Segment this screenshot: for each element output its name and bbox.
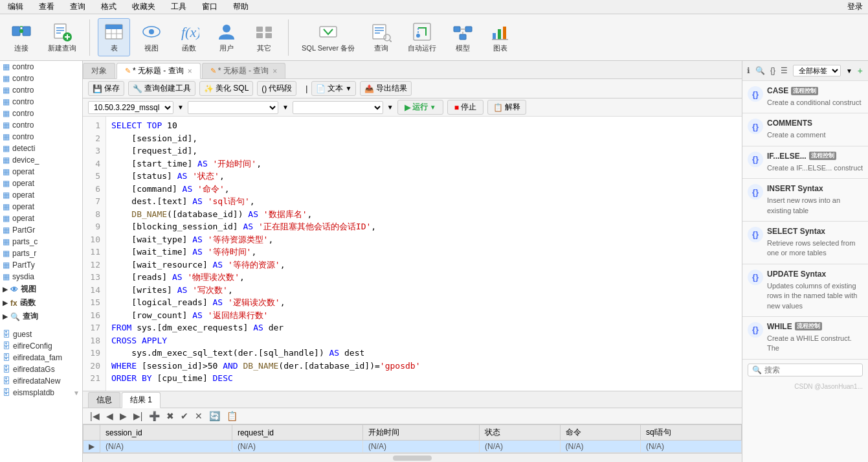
table-row[interactable]: ▶ (N/A) (N/A) (N/A) (N/A) (N/A) (N/A) <box>83 441 742 453</box>
connect-tool[interactable]: 连接 <box>5 19 38 56</box>
sidebar-item-device[interactable]: ▦ device_ <box>0 154 82 166</box>
chart-tool[interactable]: 图表 <box>484 19 517 56</box>
sidebar-item-contro-3[interactable]: ▦ contro <box>0 84 82 96</box>
nav-last-button[interactable]: ▶| <box>131 410 145 422</box>
sidebar-item-contro-5[interactable]: ▦ contro <box>0 108 82 119</box>
sidebar-item-operat-3[interactable]: ▦ operat <box>0 189 82 201</box>
sidebar-item-parts-r[interactable]: ▦ parts_r <box>0 248 82 259</box>
sidebar-item-operat-4[interactable]: ▦ operat <box>0 201 82 213</box>
sidebar-item-eifireconfig[interactable]: 🗄 eifireConfig <box>0 340 82 352</box>
beautify-button[interactable]: ✨ 美化 SQL <box>199 81 253 96</box>
new-query-tool[interactable]: 新建查询 <box>43 19 82 56</box>
result-tab-info[interactable]: 信息 <box>88 392 120 408</box>
sidebar-item-eifiredata-fam[interactable]: 🗄 eifiredata_fam <box>0 352 82 364</box>
tab-objects[interactable]: 对象 <box>83 63 115 78</box>
menu-favorites[interactable]: 收藏夹 <box>129 1 158 12</box>
col-status[interactable]: 状态 <box>479 425 560 441</box>
sidebar-item-contro-7[interactable]: ▦ contro <box>0 131 82 143</box>
sidebar-item-eifiredatanew[interactable]: 🗄 eifiredataNew <box>0 375 82 387</box>
function-tool[interactable]: f(x) 函数 <box>173 19 205 56</box>
nav-prev-button[interactable]: ◀ <box>104 410 115 422</box>
sidebar-item-eifiredatags[interactable]: 🗄 eifiredataGs <box>0 364 82 375</box>
col-sql[interactable]: sql语句 <box>641 425 742 441</box>
snippet-ifelse[interactable]: {} IF...ELSE... 流程控制 Create a IF...ELSE.… <box>742 146 868 179</box>
query-builder-button[interactable]: 🔧 查询创建工具 <box>128 81 195 96</box>
sql-editor[interactable]: 123456789101112131415161718192021 SELECT… <box>83 117 742 391</box>
menu-query[interactable]: 查询 <box>67 1 88 12</box>
tab-close-icon[interactable]: × <box>188 67 192 76</box>
snippet-insert[interactable]: {} INSERT Syntax Insert new rows into an… <box>742 179 868 222</box>
cell-command[interactable]: (N/A) <box>560 441 641 453</box>
cell-status[interactable]: (N/A) <box>479 441 560 453</box>
stop-button[interactable]: ■ 停止 <box>447 100 484 115</box>
nav-next-button[interactable]: ▶ <box>118 410 129 422</box>
cell-request-id[interactable]: (N/A) <box>232 441 362 453</box>
result-tab-result[interactable]: 结果 1 <box>122 392 161 408</box>
user-tool[interactable]: 用户 <box>210 19 243 56</box>
login-button[interactable]: 登录 <box>847 1 863 12</box>
schema-select[interactable] <box>293 101 383 114</box>
sidebar-item-operat-2[interactable]: ▦ operat <box>0 178 82 189</box>
add-row-button[interactable]: ➕ <box>147 410 162 422</box>
sidebar-item-operat-5[interactable]: ▦ operat <box>0 213 82 224</box>
menu-tools[interactable]: 工具 <box>168 1 189 12</box>
other-tool[interactable]: 其它 <box>248 19 280 56</box>
horizontal-scrollbar[interactable] <box>83 453 742 462</box>
text-button[interactable]: 📄 文本 ▼ <box>311 81 356 96</box>
sidebar-section-function[interactable]: ▶ fx 函数 <box>0 296 82 310</box>
model-tool[interactable]: 模型 <box>447 19 479 56</box>
add-snippet-icon[interactable]: + <box>858 65 863 76</box>
col-command[interactable]: 命令 <box>560 425 641 441</box>
sidebar-section-query[interactable]: ▶ 🔍 查询 <box>0 310 82 323</box>
menu-edit[interactable]: 编辑 <box>5 1 26 12</box>
cancel-button[interactable]: ✕ <box>193 410 205 422</box>
sidebar-item-parts-c[interactable]: ▦ parts_c <box>0 236 82 248</box>
sql-content[interactable]: SELECT TOP 10 [session_id], [request_id]… <box>106 117 742 391</box>
sidebar-item-contro-4[interactable]: ▦ contro <box>0 96 82 108</box>
sidebar-item-contro-6[interactable]: ▦ contro <box>0 119 82 131</box>
explain-button[interactable]: 📋 解释 <box>487 100 526 115</box>
db-select[interactable] <box>188 101 278 114</box>
scrollbar-thumb[interactable] <box>393 456 432 461</box>
delete-row-button[interactable]: ✖ <box>164 410 176 422</box>
cell-session-id[interactable]: (N/A) <box>100 441 232 453</box>
view-tool[interactable]: 视图 <box>135 19 168 56</box>
sidebar-item-contro-1[interactable]: ▦ contro <box>0 61 82 73</box>
query-tool[interactable]: 查询 <box>365 19 397 56</box>
menu-help[interactable]: 帮助 <box>230 1 251 12</box>
sidebar-item-guest[interactable]: 🗄 guest <box>0 329 82 340</box>
nav-first-button[interactable]: |◀ <box>88 410 102 422</box>
cell-start-time[interactable]: (N/A) <box>363 441 480 453</box>
search-icon[interactable]: 🔍 <box>755 66 765 75</box>
info-icon[interactable]: ℹ <box>747 66 750 75</box>
sidebar-item-detecti[interactable]: ▦ detecti <box>0 143 82 154</box>
sidebar-item-operat-1[interactable]: ▦ operat <box>0 166 82 178</box>
sidebar-item-eismsplatdb[interactable]: 🗄 eismsplatdb ▼ <box>0 387 82 398</box>
snippet-select[interactable]: {} SELECT Syntax Retrieve rows selected … <box>742 222 868 264</box>
sidebar-section-view[interactable]: ▶ 👁 视图 <box>0 283 82 296</box>
sidebar-item-sysdia[interactable]: ▦ sysdia <box>0 271 82 283</box>
menu-view[interactable]: 查看 <box>36 1 57 12</box>
snippet-comments[interactable]: {} COMMENTS Create a comment <box>742 113 868 146</box>
server-select[interactable]: 10.50.3.229_mssql <box>88 101 173 114</box>
list-icon[interactable]: ☰ <box>781 66 788 75</box>
menu-format[interactable]: 格式 <box>98 1 119 12</box>
sidebar-item-contro-2[interactable]: ▦ contro <box>0 73 82 84</box>
snippet-while[interactable]: {} WHILE 流程控制 Create a WHILE construct. … <box>742 317 868 360</box>
tag-select[interactable]: 全部标签 <box>793 65 841 76</box>
result-scroll[interactable]: session_id request_id 开始时间 状态 命令 sql语句 ▶ <box>83 424 742 453</box>
autorun-tool[interactable]: 自动运行 <box>403 19 441 56</box>
save-button[interactable]: 💾 保存 <box>88 81 124 96</box>
menu-window[interactable]: 窗口 <box>199 1 220 12</box>
code-block-button[interactable]: () 代码段 <box>257 81 296 96</box>
snippet-case[interactable]: {} CASE 流程控制 Create a conditional constr… <box>742 81 868 113</box>
tick-button[interactable]: ✔ <box>179 410 190 422</box>
sidebar-item-partty[interactable]: ▦ PartTy <box>0 259 82 271</box>
sidebar-item-partgr[interactable]: ▦ PartGr <box>0 224 82 236</box>
tab-query-1[interactable]: ✎ * 无标题 - 查询 × <box>117 63 201 79</box>
tab-query-2[interactable]: ✎ * 无标题 - 查询 × <box>202 63 286 78</box>
cell-sql[interactable]: (N/A) <box>641 441 742 453</box>
table-tool[interactable]: 表 <box>98 18 130 56</box>
export-button[interactable]: 📤 导出结果 <box>360 81 412 96</box>
tab-close-icon-2[interactable]: × <box>273 67 277 76</box>
